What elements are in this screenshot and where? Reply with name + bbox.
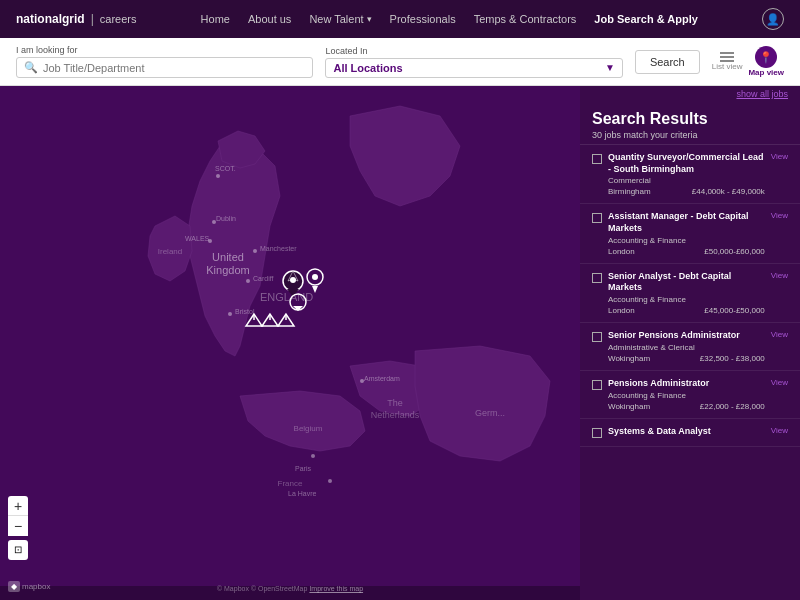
result-info: Systems & Data Analyst [608,426,765,440]
nav-logo-separator: | [91,12,94,26]
results-list: Quantity Surveyor/Commercial Lead - Sout… [580,145,800,600]
result-info: Assistant Manager - Debt Capital Markets… [608,211,765,255]
location-field: Located In All Locations ▼ [325,46,622,78]
result-location: Birmingham [608,187,651,196]
show-all-jobs-link[interactable]: show all jobs [580,86,800,102]
result-job-title: Senior Analyst - Debt Capital Markets [608,271,765,294]
search-button[interactable]: Search [635,50,700,74]
svg-text:Kingdom: Kingdom [206,264,249,276]
result-location: London [608,306,635,315]
job-title-input[interactable] [43,62,305,74]
svg-text:Manchester: Manchester [260,245,297,252]
result-category: Accounting & Finance [608,295,765,304]
result-view-link[interactable]: View [771,271,788,280]
svg-text:Paris: Paris [295,465,311,472]
map-pin-icon: 📍 [759,51,773,64]
result-job-title: Systems & Data Analyst [608,426,765,438]
result-item[interactable]: Senior Analyst - Debt Capital Markets Ac… [580,264,800,323]
result-meta: London £45,000-£50,000 [608,306,765,315]
nav-link-professionals[interactable]: Professionals [390,13,456,25]
svg-text:Cardiff: Cardiff [253,275,274,282]
result-category: Accounting & Finance [608,391,765,400]
result-checkbox[interactable] [592,380,602,390]
map-container[interactable]: United Kingdom Ireland The Netherlands B… [0,86,580,600]
chevron-down-icon: ▼ [605,62,615,73]
result-job-title: Senior Pensions Administrator [608,330,765,342]
result-item[interactable]: Assistant Manager - Debt Capital Markets… [580,204,800,263]
result-location: London [608,247,635,256]
map-view-button[interactable]: 📍 Map view [748,46,784,77]
map-view-label: Map view [748,68,784,77]
view-toggle: List view 📍 Map view [712,46,784,77]
list-view-label: List view [712,62,743,71]
job-search-label: I am looking for [16,45,313,55]
result-salary: £22,000 - £28,000 [700,402,765,411]
result-checkbox[interactable] [592,213,602,223]
result-meta: Birmingham £44,000k - £49,000k [608,187,765,196]
result-view-link[interactable]: View [771,211,788,220]
result-salary: £45,000-£50,000 [704,306,765,315]
nav-user-icon[interactable]: 👤 [762,8,784,30]
result-item[interactable]: Quantity Surveyor/Commercial Lead - Sout… [580,145,800,204]
nav-logo: nationalgrid | careers [16,12,136,26]
result-checkbox[interactable] [592,154,602,164]
svg-text:Bristol: Bristol [235,308,255,315]
svg-point-42 [312,274,318,280]
result-meta: London £50,000-£60,000 [608,247,765,256]
result-salary: £32,500 - £38,000 [700,354,765,363]
location-dropdown[interactable]: All Locations ▼ [325,58,622,78]
result-view-link[interactable]: View [771,330,788,339]
result-item[interactable]: Pensions Administrator Accounting & Fina… [580,371,800,419]
zoom-reset-button[interactable]: ⊡ [8,540,28,560]
location-label: Located In [325,46,622,56]
result-salary: £50,000-£60,000 [704,247,765,256]
result-view-link[interactable]: View [771,426,788,435]
result-item[interactable]: Systems & Data Analyst View [580,419,800,448]
job-search-input-wrapper: 🔍 [16,57,313,78]
nav-logo-careers: careers [100,13,137,25]
result-category: Commercial [608,176,765,185]
result-view-link[interactable]: View [771,152,788,161]
improve-map-link[interactable]: Improve this map [309,585,363,592]
nav-link-temps[interactable]: Temps & Contractors [474,13,577,25]
nav-logo-name: nationalgrid [16,12,85,26]
svg-point-10 [228,312,232,316]
result-job-title: Quantity Surveyor/Commercial Lead - Sout… [608,152,765,175]
map-svg: United Kingdom Ireland The Netherlands B… [0,86,580,600]
result-checkbox[interactable] [592,428,602,438]
result-view-link[interactable]: View [771,378,788,387]
nav-links: Home About us New Talent Professionals T… [201,13,698,25]
list-view-button[interactable]: List view [712,52,743,71]
svg-point-18 [216,174,220,178]
result-info: Senior Analyst - Debt Capital Markets Ac… [608,271,765,315]
result-checkbox[interactable] [592,273,602,283]
mapbox-text: mapbox [22,582,50,591]
nav-link-home[interactable]: Home [201,13,230,25]
svg-text:Netherlands: Netherlands [371,410,420,420]
result-item[interactable]: Senior Pensions Administrator Administra… [580,323,800,371]
location-value: All Locations [333,62,402,74]
svg-point-14 [253,249,257,253]
search-icon: 🔍 [24,61,38,74]
mapbox-logo: ◆ mapbox [8,581,50,592]
svg-text:Ireland: Ireland [158,247,182,256]
nav-link-new-talent[interactable]: New Talent [309,13,371,25]
search-bar: I am looking for 🔍 Located In All Locati… [0,38,800,86]
nav-link-about[interactable]: About us [248,13,291,25]
results-panel: show all jobs Search Results 30 jobs mat… [580,86,800,600]
zoom-in-button[interactable]: + [8,496,28,516]
svg-text:Amsterdam: Amsterdam [364,375,400,382]
svg-rect-1 [0,86,580,600]
result-checkbox[interactable] [592,332,602,342]
nav-link-job-search[interactable]: Job Search & Apply [594,13,698,25]
svg-point-12 [246,279,250,283]
svg-text:France: France [278,479,303,488]
svg-text:Belgium: Belgium [294,424,323,433]
svg-text:Germ...: Germ... [475,408,505,418]
results-header: Search Results 30 jobs match your criter… [580,102,800,145]
svg-point-26 [328,479,332,483]
zoom-out-button[interactable]: − [8,516,28,536]
result-info: Pensions Administrator Accounting & Fina… [608,378,765,411]
zoom-controls: + − ⊡ [8,496,28,560]
list-icon [720,52,734,62]
